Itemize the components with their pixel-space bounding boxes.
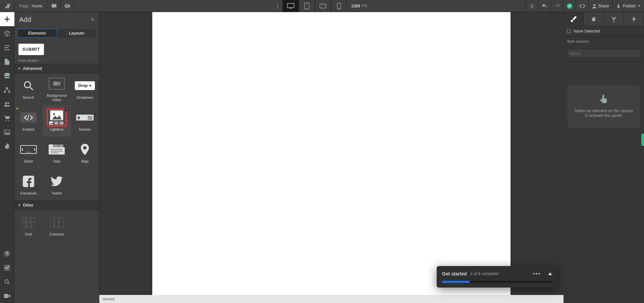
- interactions-icon: [611, 16, 616, 22]
- topbar-right: 1 Share Publish: [525, 0, 644, 12]
- nav-pages-button[interactable]: [0, 55, 14, 69]
- svg-point-9: [325, 6, 326, 6]
- lightbox-icon: [48, 110, 65, 126]
- status-button[interactable]: [563, 0, 576, 12]
- nav-ecommerce-button[interactable]: [0, 83, 14, 97]
- nav-search-button[interactable]: [0, 275, 14, 289]
- share-button[interactable]: Share: [589, 0, 612, 12]
- tile-empty: [71, 169, 99, 201]
- nav-audits-button[interactable]: [0, 261, 14, 275]
- topbar-center: ★ 1068 PX: [273, 0, 372, 12]
- nav-assets-button[interactable]: [0, 125, 14, 139]
- submit-button-preview[interactable]: SUBMIT: [18, 44, 44, 55]
- tablet-icon: [304, 3, 310, 9]
- svg-rect-13: [4, 45, 10, 46]
- nav-video-button[interactable]: [0, 289, 14, 303]
- preview-button[interactable]: [61, 0, 74, 12]
- svg-point-21: [8, 102, 9, 104]
- nav-3d-button[interactable]: [0, 27, 14, 41]
- rp-tab-settings[interactable]: [584, 12, 604, 26]
- svg-rect-18: [4, 91, 6, 93]
- square-icon: [567, 29, 571, 33]
- comments-button[interactable]: [47, 0, 61, 12]
- tile-navbar[interactable]: Navbar: [71, 105, 99, 137]
- svg-text:★: ★: [293, 3, 294, 5]
- logo-button[interactable]: [0, 0, 14, 12]
- map-pin-icon: [81, 144, 89, 155]
- changes-badge[interactable]: 1: [525, 0, 538, 12]
- statusbar-text: elected: [103, 297, 114, 301]
- tab-layouts[interactable]: Layouts: [57, 29, 96, 38]
- code-button[interactable]: [576, 0, 589, 12]
- bp-landscape-phone-button[interactable]: [315, 0, 331, 12]
- bp-tablet-button[interactable]: [299, 0, 315, 12]
- tabs-icon: [49, 144, 65, 155]
- svg-point-34: [53, 113, 55, 115]
- canvas-size-display[interactable]: 1068 PX: [347, 0, 372, 12]
- svg-point-0: [277, 3, 278, 4]
- style-selector-input[interactable]: [567, 49, 641, 58]
- bp-phone-button[interactable]: [331, 0, 347, 12]
- tile-embed[interactable]: ★ Embed: [14, 105, 42, 137]
- rp-tab-effects[interactable]: [624, 12, 644, 26]
- nav-help-button[interactable]: ?: [0, 247, 14, 261]
- section-advanced-label: Advanced: [23, 66, 42, 71]
- svg-rect-47: [49, 144, 53, 148]
- toast-more-button[interactable]: •••: [533, 271, 541, 277]
- slider-icon: [20, 145, 37, 154]
- bp-desktop-button[interactable]: ★: [283, 0, 299, 12]
- right-panel-hint-text: Select an element on the canvas to activ…: [573, 109, 635, 118]
- svg-rect-48: [54, 144, 58, 147]
- toast-collapse-button[interactable]: [548, 272, 552, 275]
- svg-point-20: [5, 102, 7, 104]
- tab-elements[interactable]: Elements: [17, 29, 57, 38]
- undo-button[interactable]: [538, 0, 551, 12]
- redo-button[interactable]: [551, 0, 563, 12]
- tile-grid[interactable]: Grid: [14, 210, 42, 242]
- svg-point-23: [6, 131, 7, 132]
- right-panel-hint: Select an element on the canvas to activ…: [568, 85, 640, 128]
- tile-dropdown[interactable]: Drop Dropdown: [71, 73, 99, 105]
- svg-point-43: [26, 152, 27, 153]
- tile-twitter[interactable]: Twitter: [43, 169, 70, 201]
- canvas[interactable]: [152, 12, 511, 303]
- nav-cart-button[interactable]: [0, 111, 14, 125]
- left-rail: ?: [0, 12, 14, 303]
- tile-tabs[interactable]: Tabs: [43, 137, 70, 169]
- svg-rect-37: [60, 122, 64, 125]
- page-selector[interactable]: Page: Home: [14, 0, 47, 12]
- tile-lightbox[interactable]: ? Lightbox: [43, 105, 70, 137]
- get-started-toast: Get started 2 of 8 complete! •••: [437, 266, 557, 288]
- tile-slider[interactable]: Slider: [14, 137, 42, 169]
- section-other[interactable]: ▼ Other: [14, 201, 99, 210]
- nav-settings-button[interactable]: [0, 139, 14, 154]
- svg-point-27: [5, 280, 8, 283]
- bolt-icon: [632, 16, 636, 22]
- rp-tab-interactions[interactable]: [604, 12, 624, 26]
- bp-more-button[interactable]: [273, 0, 283, 12]
- none-selected-label: None Selected: [574, 29, 600, 34]
- nav-cms-button[interactable]: [0, 69, 14, 83]
- svg-rect-56: [31, 217, 35, 222]
- rp-tab-style[interactable]: [564, 12, 584, 26]
- chevron-down-icon: [638, 5, 641, 7]
- tile-facebook[interactable]: Facebook: [14, 169, 42, 201]
- svg-rect-51: [51, 151, 63, 152]
- section-advanced[interactable]: ▼ Advanced: [14, 64, 99, 73]
- tile-bgvideo[interactable]: Background Video: [43, 73, 70, 105]
- close-panel-button[interactable]: ×: [91, 16, 94, 23]
- help-icon: ?: [4, 251, 10, 257]
- nav-navigator-button[interactable]: [0, 41, 14, 55]
- user-icon: [592, 4, 596, 8]
- topbar: Page: Home ★ 1068 PX 1: [0, 0, 644, 12]
- tile-search[interactable]: Search: [14, 73, 42, 105]
- publish-button[interactable]: Publish: [612, 0, 644, 12]
- tile-map[interactable]: Map: [71, 137, 99, 169]
- tile-columns[interactable]: Columns: [43, 210, 70, 242]
- nav-add-button[interactable]: [0, 12, 14, 26]
- svg-rect-61: [55, 217, 59, 227]
- panel-collapse-handle[interactable]: [641, 134, 644, 146]
- nav-users-button[interactable]: [0, 97, 14, 111]
- svg-rect-57: [22, 223, 26, 227]
- check-icon: [567, 3, 572, 9]
